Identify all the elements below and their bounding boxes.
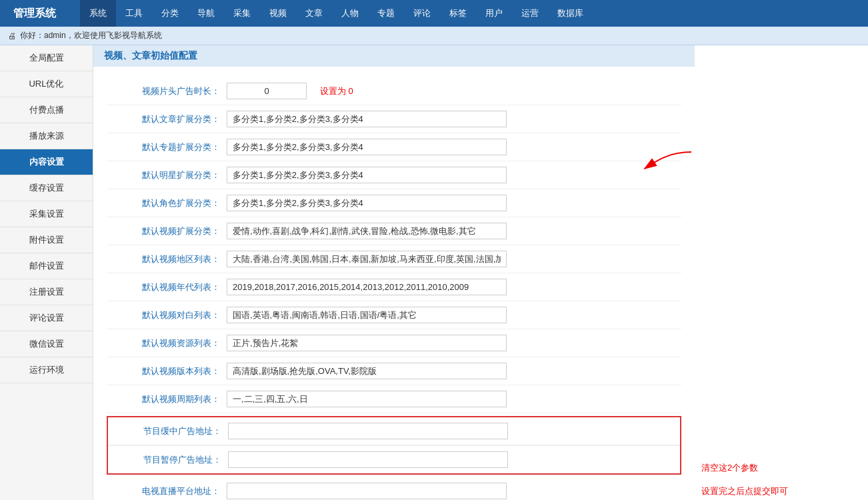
top-nav: 管理系统 系统 工具 分类 导航 采集 视频 文章 人物 专题 评论 标签 用户…: [0, 0, 868, 27]
nav-item-nav[interactable]: 导航: [188, 0, 224, 27]
input-video-language[interactable]: [227, 307, 507, 323]
content-area: 视频、文章初始值配置 视频片头广告时长： 设置为 0 默认文章扩展分类： 默认专…: [93, 45, 695, 500]
main-layout: 全局配置 URL优化 付费点播 播放来源 内容设置 缓存设置 采集设置 附件设置…: [0, 45, 868, 500]
sidebar-item-register[interactable]: 注册设置: [0, 279, 93, 305]
form-row-video-language: 默认视频对白列表：: [107, 301, 681, 329]
nav-item-database[interactable]: 数据库: [548, 0, 593, 27]
sidebar-item-global-config[interactable]: 全局配置: [0, 45, 93, 71]
label-video-cycle: 默认视频周期列表：: [107, 393, 227, 405]
nav-item-system[interactable]: 系统: [80, 0, 116, 27]
nav-item-comment[interactable]: 评论: [404, 0, 440, 27]
sidebar-item-url-optimize[interactable]: URL优化: [0, 71, 93, 97]
form-row-video-region: 默认视频地区列表：: [107, 245, 681, 273]
label-live-tv: 电视直播平台地址：: [107, 485, 227, 497]
annotation-ad-duration: 设置为 0: [320, 85, 353, 97]
form-row-ad-pause: 节目缓中广告地址：: [108, 417, 680, 445]
input-live-tv[interactable]: [227, 483, 507, 499]
nav-item-collect[interactable]: 采集: [224, 0, 260, 27]
input-video-year[interactable]: [227, 279, 507, 295]
sidebar-item-collect[interactable]: 采集设置: [0, 201, 93, 227]
sidebar: 全局配置 URL优化 付费点播 播放来源 内容设置 缓存设置 采集设置 附件设置…: [0, 45, 93, 500]
sidebar-item-comment-settings[interactable]: 评论设置: [0, 305, 93, 331]
sidebar-item-content-settings[interactable]: 内容设置: [0, 149, 93, 175]
page-title: 视频、文章初始值配置: [93, 45, 695, 67]
input-article-category[interactable]: [227, 111, 507, 127]
form-row-role-category: 默认角色扩展分类：: [107, 189, 681, 217]
label-article-category: 默认文章扩展分类：: [107, 113, 227, 125]
form-row-star-category: 默认明星扩展分类：: [107, 161, 681, 189]
label-video-category: 默认视频扩展分类：: [107, 225, 227, 237]
sidebar-item-play-source[interactable]: 播放来源: [0, 123, 93, 149]
form-row-ad-duration: 视频片头广告时长： 设置为 0: [107, 77, 681, 105]
nav-item-video[interactable]: 视频: [260, 0, 296, 27]
label-star-category: 默认明星扩展分类：: [107, 169, 227, 181]
printer-icon: 🖨: [8, 31, 16, 41]
form-area: 视频片头广告时长： 设置为 0 默认文章扩展分类： 默认专题扩展分类： 默认明星…: [93, 67, 695, 500]
label-video-resource: 默认视频资源列表：: [107, 337, 227, 349]
sidebar-item-runtime[interactable]: 运行环境: [0, 357, 93, 383]
app-logo: 管理系统: [0, 0, 80, 27]
sidebar-item-email[interactable]: 邮件设置: [0, 253, 93, 279]
label-ad-duration: 视频片头广告时长：: [107, 85, 227, 97]
nav-item-operation[interactable]: 运营: [512, 0, 548, 27]
label-video-language: 默认视频对白列表：: [107, 309, 227, 321]
label-video-version: 默认视频版本列表：: [107, 365, 227, 377]
nav-item-user[interactable]: 用户: [476, 0, 512, 27]
sidebar-item-pay-vod[interactable]: 付费点播: [0, 97, 93, 123]
input-ad-mid[interactable]: [228, 423, 508, 439]
input-ad-duration[interactable]: [227, 83, 307, 99]
sidebar-item-cache[interactable]: 缓存设置: [0, 175, 93, 201]
annotation-submit: 设置完之后点提交即可: [701, 485, 788, 497]
nav-item-special[interactable]: 专题: [368, 0, 404, 27]
label-role-category: 默认角色扩展分类：: [107, 197, 227, 209]
welcome-bar: 🖨 你好：admin，欢迎使用飞影视导航系统: [0, 27, 868, 45]
input-video-resource[interactable]: [227, 335, 507, 351]
input-video-region[interactable]: [227, 251, 507, 267]
red-border-section: 节目缓中广告地址： 节目暂停广告地址：: [107, 416, 681, 475]
arrow-to-sidebar: [641, 149, 695, 177]
label-video-year: 默认视频年代列表：: [107, 281, 227, 293]
label-ad-mid: 节目缓中广告地址：: [108, 425, 228, 437]
nav-items: 系统 工具 分类 导航 采集 视频 文章 人物 专题 评论 标签 用户 运营 数…: [80, 0, 593, 27]
label-ad-pause: 节目暂停广告地址：: [108, 454, 228, 466]
form-row-video-cycle: 默认视频周期列表：: [107, 385, 681, 413]
input-role-category[interactable]: [227, 195, 507, 211]
nav-item-person[interactable]: 人物: [332, 0, 368, 27]
nav-item-article[interactable]: 文章: [296, 0, 332, 27]
form-row-article-category: 默认文章扩展分类：: [107, 105, 681, 133]
nav-item-category[interactable]: 分类: [152, 0, 188, 27]
annotation-clear-params: 清空这2个参数: [701, 462, 758, 474]
input-special-category[interactable]: [227, 139, 507, 155]
label-video-region: 默认视频地区列表：: [107, 253, 227, 265]
form-row-ad-mid: 节目暂停广告地址：: [108, 445, 680, 473]
form-row-video-resource: 默认视频资源列表：: [107, 329, 681, 357]
sidebar-item-attachment[interactable]: 附件设置: [0, 227, 93, 253]
input-video-category[interactable]: [227, 223, 507, 239]
annotations-panel: 清空这2个参数 设置完之后点提交即可: [695, 45, 868, 500]
welcome-text: 你好：admin，欢迎使用飞影视导航系统: [20, 30, 162, 41]
label-special-category: 默认专题扩展分类：: [107, 141, 227, 153]
form-row-video-category: 默认视频扩展分类：: [107, 217, 681, 245]
input-video-cycle[interactable]: [227, 391, 507, 407]
form-row-video-year: 默认视频年代列表：: [107, 273, 681, 301]
input-star-category[interactable]: [227, 167, 507, 183]
form-row-special-category: 默认专题扩展分类：: [107, 133, 681, 161]
nav-item-tag[interactable]: 标签: [440, 0, 476, 27]
input-video-version[interactable]: [227, 363, 507, 379]
form-row-live-tv: 电视直播平台地址：: [107, 477, 681, 500]
input-ad-pause[interactable]: [228, 451, 508, 468]
sidebar-item-wechat[interactable]: 微信设置: [0, 331, 93, 357]
form-row-video-version: 默认视频版本列表：: [107, 357, 681, 385]
nav-item-tools[interactable]: 工具: [116, 0, 152, 27]
